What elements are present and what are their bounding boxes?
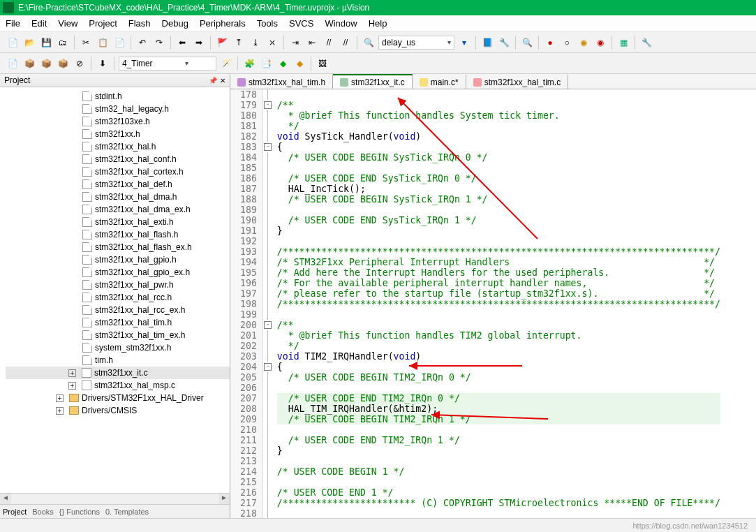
book-icon[interactable]: 📘 bbox=[480, 36, 494, 50]
tree-file[interactable]: stm32f1xx_hal_rcc_ex.h bbox=[6, 304, 230, 316]
manage-icon[interactable]: 🧩 bbox=[242, 57, 256, 71]
editor-tab[interactable]: stm32f1xx_hal_tim.c bbox=[466, 74, 568, 89]
save-all-icon[interactable]: 🗂 bbox=[56, 36, 70, 50]
rte2-icon[interactable]: ◆ bbox=[292, 57, 306, 71]
tree-file[interactable]: stm32f1xx_hal.h bbox=[6, 140, 230, 153]
target-options-icon[interactable]: 🪄 bbox=[219, 57, 233, 71]
fold-column[interactable] bbox=[263, 89, 273, 518]
editor-tab[interactable]: stm32f1xx_hal_tim.h bbox=[230, 74, 333, 89]
menu-file[interactable]: File bbox=[6, 18, 20, 29]
menu-flash[interactable]: Flash bbox=[128, 18, 151, 29]
target-combo[interactable]: 4_Timer bbox=[119, 57, 216, 71]
pin-icon[interactable]: 📌 bbox=[209, 77, 217, 84]
expand-icon[interactable]: + bbox=[68, 369, 76, 377]
menu-svcs[interactable]: SVCS bbox=[289, 18, 313, 29]
tree-file[interactable]: stm32f1xx_hal_dma.h bbox=[6, 191, 230, 203]
menu-debug[interactable]: Debug bbox=[162, 18, 188, 29]
paste-icon[interactable]: 📄 bbox=[112, 36, 126, 50]
bookmark-clear-icon[interactable]: ⤫ bbox=[265, 36, 279, 50]
rte-icon[interactable]: ◆ bbox=[276, 57, 290, 71]
tree-file[interactable]: stm32f1xx_hal_pwr.h bbox=[6, 279, 230, 291]
menu-window[interactable]: Window bbox=[325, 18, 357, 29]
menu-view[interactable]: View bbox=[58, 18, 77, 29]
close-panel-icon[interactable]: ✕ bbox=[220, 77, 225, 84]
outdent-icon[interactable]: ⇤ bbox=[305, 36, 319, 50]
menu-project[interactable]: Project bbox=[89, 18, 117, 29]
menu-tools[interactable]: Tools bbox=[257, 18, 278, 29]
nav-back-icon[interactable]: ⬅ bbox=[175, 36, 189, 50]
uncomment-icon[interactable]: // bbox=[339, 36, 353, 50]
tree-file[interactable]: stm32f1xx_hal_tim_ex.h bbox=[6, 329, 230, 341]
tree-folder[interactable]: +Drivers/CMSIS bbox=[6, 404, 230, 417]
menu-peripherals[interactable]: Peripherals bbox=[200, 18, 246, 29]
tree-folder[interactable]: +Drivers/STM32F1xx_HAL_Driver bbox=[6, 392, 230, 404]
panel-tab[interactable]: 0. Templates bbox=[105, 508, 149, 516]
stop-build-icon[interactable]: ⊘ bbox=[73, 57, 87, 71]
tree-file[interactable]: stm32f1xx_hal_rcc.h bbox=[6, 291, 230, 304]
nav-fwd-icon[interactable]: ➡ bbox=[192, 36, 206, 50]
tree-file[interactable]: system_stm32f1xx.h bbox=[6, 341, 230, 354]
tree-file[interactable]: stm32f1xx_hal_gpio.h bbox=[6, 253, 230, 266]
panel-tab[interactable]: Books bbox=[32, 508, 54, 516]
tree-file[interactable]: stm32f103xe.h bbox=[6, 115, 230, 128]
circle1-icon[interactable]: ○ bbox=[560, 36, 574, 50]
options-icon[interactable]: 🔧 bbox=[639, 36, 653, 50]
save-icon[interactable]: 💾 bbox=[39, 36, 53, 50]
redo-icon[interactable]: ↷ bbox=[152, 36, 166, 50]
editor-tab[interactable]: main.c* bbox=[413, 74, 466, 89]
undo-icon[interactable]: ↶ bbox=[135, 36, 149, 50]
menu-help[interactable]: Help bbox=[369, 18, 387, 29]
tree-file[interactable]: tim.h bbox=[6, 354, 230, 367]
bookmark-prev-icon[interactable]: ⤒ bbox=[232, 36, 246, 50]
indent-icon[interactable]: ⇥ bbox=[288, 36, 302, 50]
bookmark-icon[interactable]: 🚩 bbox=[215, 36, 229, 50]
tree-file[interactable]: stm32f1xx_hal_dma_ex.h bbox=[6, 203, 230, 216]
circle2-icon[interactable]: ◉ bbox=[577, 36, 591, 50]
download-icon[interactable]: ⬇ bbox=[96, 57, 110, 71]
config-icon[interactable]: 🔧 bbox=[497, 36, 511, 50]
tree-file[interactable]: stm32f1xx.h bbox=[6, 128, 230, 140]
code-editor[interactable]: 1781791801811821831841851861871881891901… bbox=[230, 89, 756, 518]
tree-file[interactable]: stdint.h bbox=[6, 90, 230, 103]
window-layout-icon[interactable]: ▦ bbox=[616, 36, 630, 50]
tree-file[interactable]: +stm32f1xx_it.c bbox=[6, 367, 230, 379]
panel-tab[interactable]: {} Functions bbox=[59, 508, 100, 516]
panel-bottom-tabs[interactable]: ProjectBooks{} Functions0. Templates bbox=[0, 504, 230, 518]
tree-file[interactable]: stm32f1xx_hal_cortex.h bbox=[6, 165, 230, 178]
git-icon[interactable]: 🖼 bbox=[316, 57, 329, 71]
panel-tab[interactable]: Project bbox=[3, 508, 27, 516]
pack-icon[interactable]: 📑 bbox=[259, 57, 273, 71]
translate-icon[interactable]: 📄 bbox=[6, 57, 20, 71]
find-combo[interactable]: delay_us bbox=[378, 36, 454, 50]
bookmark-next-icon[interactable]: ⤓ bbox=[249, 36, 262, 50]
tree-file[interactable]: stm32f1xx_hal_tim.h bbox=[6, 316, 230, 329]
tree-file[interactable]: stm32f1xx_hal_conf.h bbox=[6, 153, 230, 165]
tree-hscroll[interactable]: ◄► bbox=[0, 493, 230, 504]
rebuild-icon[interactable]: 📦 bbox=[39, 57, 53, 71]
tree-file[interactable]: stm32f1xx_hal_gpio_ex.h bbox=[6, 266, 230, 279]
circle3-icon[interactable]: ◉ bbox=[593, 36, 607, 50]
tree-file[interactable]: stm32_hal_legacy.h bbox=[6, 103, 230, 115]
cut-icon[interactable]: ✂ bbox=[79, 36, 93, 50]
comment-icon[interactable]: // bbox=[322, 36, 336, 50]
tree-file[interactable]: stm32f1xx_hal_def.h bbox=[6, 178, 230, 191]
expand-icon[interactable]: + bbox=[56, 407, 64, 415]
find-scope-icon[interactable]: ▾ bbox=[457, 36, 471, 50]
new-file-icon[interactable]: 📄 bbox=[6, 36, 20, 50]
expand-icon[interactable]: + bbox=[56, 394, 64, 402]
tree-file[interactable]: stm32f1xx_hal_exti.h bbox=[6, 216, 230, 228]
rec-icon[interactable]: ● bbox=[543, 36, 557, 50]
tree-file[interactable]: stm32f1xx_hal_flash.h bbox=[6, 228, 230, 241]
expand-icon[interactable]: + bbox=[68, 382, 76, 390]
project-tree[interactable]: stdint.hstm32_hal_legacy.hstm32f103xe.hs… bbox=[0, 87, 230, 493]
open-icon[interactable]: 📂 bbox=[22, 36, 36, 50]
batch-build-icon[interactable]: 📦 bbox=[56, 57, 70, 71]
menu-edit[interactable]: Edit bbox=[31, 18, 47, 29]
debug-icon[interactable]: 🔍 bbox=[520, 36, 534, 50]
copy-icon[interactable]: 📋 bbox=[96, 36, 110, 50]
editor-tab[interactable]: stm32f1xx_it.c bbox=[333, 74, 413, 89]
tree-file[interactable]: +stm32f1xx_hal_msp.c bbox=[6, 379, 230, 392]
find-icon[interactable]: 🔍 bbox=[362, 36, 376, 50]
tree-file[interactable]: stm32f1xx_hal_flash_ex.h bbox=[6, 241, 230, 253]
build-icon[interactable]: 📦 bbox=[22, 57, 36, 71]
